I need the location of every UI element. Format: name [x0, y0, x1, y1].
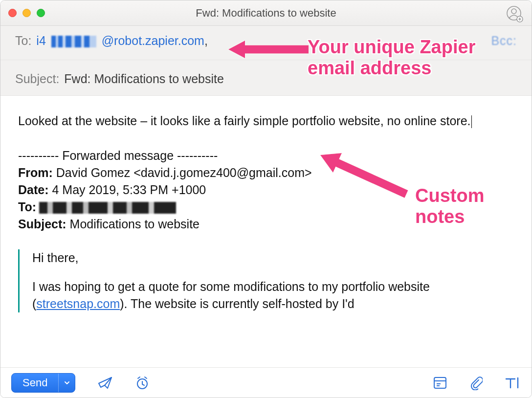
compose-window: Fwd: Modifications to website To: i4 @ro…	[0, 0, 532, 398]
send-later-icon[interactable]	[97, 376, 113, 390]
forwarded-separator: ---------- Forwarded message ----------	[18, 147, 514, 164]
fwd-to-redacted	[39, 202, 176, 214]
to-suffix: @robot.zapier.com	[102, 34, 204, 47]
forwarded-subject-line: Subject: Modifications to website	[18, 216, 514, 233]
send-button[interactable]: Send	[11, 373, 75, 393]
subject-row[interactable]: Subject: Fwd: Modifications to website	[15, 71, 517, 87]
body-note-text: Looked at the website – it looks like a …	[18, 114, 471, 128]
text-format-icon[interactable]	[504, 376, 521, 390]
header-divider	[0, 60, 532, 60]
forwarded-to-line: To:	[18, 199, 514, 216]
quoted-message: Hi there, I was hoping to get a quote fo…	[18, 249, 514, 312]
forwarded-date-line: Date: 4 May 2019, 5:33 PM +1000	[18, 181, 514, 199]
fwd-from-label: From:	[18, 166, 53, 179]
fwd-date-label: Date:	[18, 183, 49, 197]
svg-point-1	[511, 9, 516, 14]
svg-rect-4	[434, 377, 446, 388]
titlebar: Fwd: Modifications to website	[0, 0, 532, 26]
fwd-date-value: 4 May 2019, 5:33 PM +1000	[49, 183, 206, 197]
forwarded-from-line: From: David Gomez <david.j.gomez400@gmai…	[18, 164, 514, 181]
to-row[interactable]: To: i4 @robot.zapier.com,	[15, 33, 517, 49]
send-options-dropdown[interactable]	[58, 374, 75, 392]
fwd-subject-value: Modifications to website	[66, 217, 200, 231]
cc-bcc-toggle[interactable]: Bcc:	[491, 34, 517, 48]
reminder-icon[interactable]	[135, 376, 150, 390]
fwd-from-value: David Gomez <david.j.gomez400@gmail.com>	[53, 166, 312, 179]
add-recipient-avatar-icon[interactable]	[506, 5, 524, 23]
compose-toolbar: Send	[0, 367, 532, 398]
fwd-to-label: To:	[18, 200, 36, 214]
to-prefix: i4	[36, 34, 45, 47]
subject-label: Subject:	[15, 71, 59, 87]
text-cursor	[471, 115, 472, 128]
subject-value: Fwd: Modifications to website	[64, 71, 224, 87]
quote-post: ). The website is currently self-hosted …	[120, 297, 355, 310]
fwd-subject-label: Subject:	[18, 217, 66, 231]
to-value: i4 @robot.zapier.com	[36, 33, 204, 49]
forwarded-block: ---------- Forwarded message ---------- …	[18, 147, 514, 233]
quote-greeting: Hi there,	[32, 249, 514, 266]
body-scroll-area[interactable]: Looked at the website – it looks like a …	[0, 96, 532, 367]
template-icon[interactable]	[433, 376, 447, 390]
to-redacted-segment	[51, 36, 96, 47]
message-body[interactable]: Looked at the website – it looks like a …	[0, 96, 532, 339]
window-title: Fwd: Modifications to website	[0, 7, 532, 20]
send-button-label: Send	[12, 376, 58, 389]
compose-headers: To: i4 @robot.zapier.com, Bcc: Subject: …	[0, 26, 532, 96]
quote-link[interactable]: streetsnap.com	[36, 297, 120, 310]
to-label: To:	[15, 33, 31, 49]
attachment-icon[interactable]	[469, 376, 483, 390]
quote-paragraph: I was hoping to get a quote for some mod…	[32, 278, 514, 312]
to-comma: ,	[204, 33, 208, 49]
